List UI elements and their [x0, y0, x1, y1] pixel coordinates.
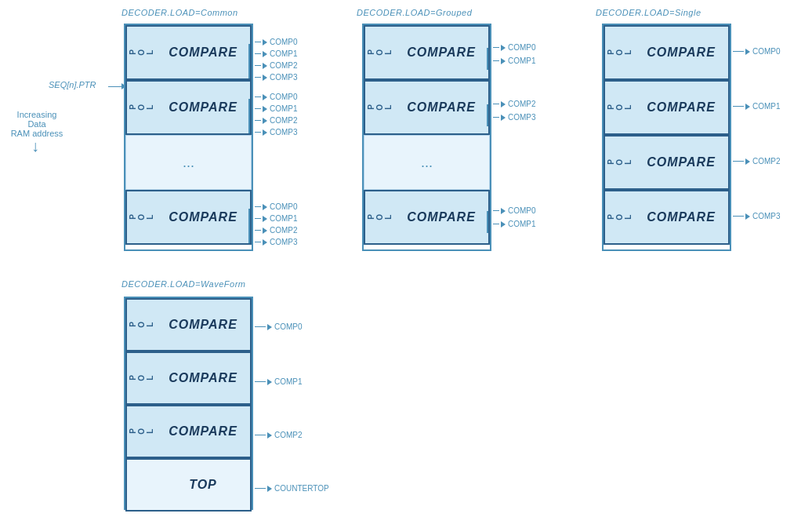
single-compare-3: POL COMPARE: [604, 135, 730, 190]
compare-text: COMPARE: [634, 100, 728, 115]
waveform-outer-box: POL COMPARE POL COMPARE POL COMPARE POL …: [124, 297, 253, 510]
waveform-arrow-3: COMP2: [255, 431, 303, 439]
compare-text: COMPARE: [634, 155, 728, 169]
diagram-container: Increasing Data RAM address ↓ SEQ[n].PTR…: [0, 0, 812, 517]
grouped-arrows-2: COMP2 COMP3: [493, 100, 536, 122]
grouped-compare-3: POL COMPARE: [364, 190, 490, 245]
single-compare-1: POL COMPARE: [604, 25, 730, 80]
common-arrows-3: COMP0 COMP1 COMP2 COMP3: [255, 202, 298, 246]
side-label: Increasing Data RAM address: [9, 110, 64, 138]
pol-label: POL: [127, 103, 156, 112]
waveform-arrow-2: COMP1: [255, 377, 303, 386]
pol-label: POL: [365, 213, 394, 222]
top-text: TOP: [156, 478, 250, 492]
grouped-compare-2: POL COMPARE: [364, 80, 490, 135]
pol-label: POL: [365, 48, 394, 57]
pol-label: POL: [605, 158, 634, 167]
grouped-arrows-3: COMP0 COMP1: [493, 206, 536, 228]
waveform-compare-3: POL COMPARE: [125, 405, 252, 458]
pol-label: POL: [127, 427, 156, 436]
pol-label: POL: [127, 213, 156, 222]
waveform-arrow-countertop: COUNTERTOP: [255, 484, 329, 493]
compare-text: COMPARE: [156, 318, 250, 332]
common-compare-1: POL COMPARE: [125, 25, 252, 80]
single-arrow-3: COMP2: [733, 157, 781, 166]
down-arrow-icon: ↓: [31, 137, 39, 155]
compare-text: COMPARE: [394, 100, 488, 115]
compare-text: COMPARE: [394, 46, 488, 60]
common-compare-2: POL COMPARE: [125, 80, 252, 135]
grouped-arrows-1: COMP0 COMP1: [493, 43, 536, 65]
compare-text: COMPARE: [156, 46, 250, 60]
common-compare-3: POL COMPARE: [125, 190, 252, 245]
single-compare-2: POL COMPARE: [604, 80, 730, 135]
waveform-compare-1: POL COMPARE: [125, 298, 252, 351]
waveform-compare-2: POL COMPARE: [125, 351, 252, 405]
seq-label: SEQ[n].PTR: [49, 80, 96, 89]
compare-text: COMPARE: [156, 371, 250, 385]
section-label-single: DECODER.LOAD=Single: [596, 8, 701, 17]
compare-text: COMPARE: [156, 210, 250, 224]
common-dots: ...: [125, 135, 252, 190]
section-label-grouped: DECODER.LOAD=Grouped: [357, 8, 472, 17]
common-outer-box: POL COMPARE POL COMPARE ... POL COMPARE: [124, 24, 253, 251]
section-label-waveform: DECODER.LOAD=WaveForm: [121, 279, 246, 289]
grouped-compare-1: POL COMPARE: [364, 25, 490, 80]
common-arrows-1: COMP0 COMP1 COMP2 COMP3: [255, 38, 298, 82]
pol-label: POL: [365, 103, 394, 112]
compare-text: COMPARE: [156, 100, 250, 115]
compare-text: COMPARE: [156, 424, 250, 439]
single-arrow-4: COMP3: [733, 212, 781, 220]
pol-label: POL: [127, 373, 156, 383]
compare-text: COMPARE: [394, 210, 488, 224]
pol-label: POL: [605, 103, 634, 112]
single-outer-box: POL COMPARE POL COMPARE POL COMPARE POL …: [602, 24, 731, 251]
pol-label: POL: [605, 48, 634, 57]
section-label-common: DECODER.LOAD=Common: [121, 8, 238, 17]
common-arrows-2: COMP0 COMP1 COMP2 COMP3: [255, 93, 298, 137]
grouped-outer-box: POL COMPARE POL COMPARE ... POL COMPARE: [362, 24, 491, 251]
waveform-arrow-1: COMP0: [255, 322, 303, 331]
single-arrow-2: COMP1: [733, 102, 781, 111]
pol-label: POL: [605, 213, 634, 222]
pol-label: POL: [127, 48, 156, 57]
compare-text: COMPARE: [634, 46, 728, 60]
single-arrow-1: COMP0: [733, 47, 781, 56]
pol-label: POL: [127, 320, 156, 329]
grouped-dots: ...: [364, 135, 490, 190]
single-compare-4: POL COMPARE: [604, 190, 730, 245]
waveform-top: POL TOP: [125, 458, 252, 512]
compare-text: COMPARE: [634, 210, 728, 224]
